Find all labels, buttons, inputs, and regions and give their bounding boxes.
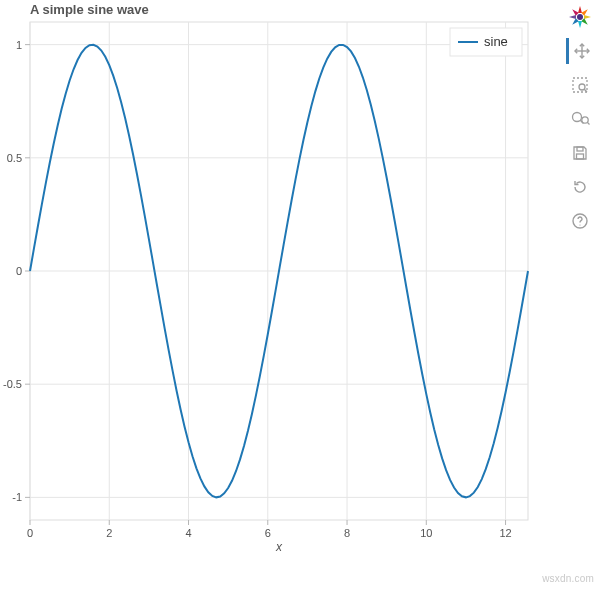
y-tick-label: 0 [16, 265, 22, 277]
box-zoom-tool-button[interactable] [566, 72, 594, 98]
x-tick-label: 6 [265, 527, 271, 539]
plot-svg[interactable]: A simple sine wave 024681012-1-0.500.51 … [0, 0, 555, 555]
watermark-text: wsxdn.com [542, 573, 594, 584]
svg-point-27 [577, 14, 583, 20]
plot-container: A simple sine wave 024681012-1-0.500.51 … [0, 0, 555, 555]
save-tool-button[interactable] [566, 140, 594, 166]
svg-point-35 [582, 117, 588, 123]
y-tick-label: -0.5 [3, 378, 22, 390]
wheel-zoom-tool-button[interactable] [566, 106, 594, 132]
svg-rect-37 [577, 147, 583, 151]
x-tick-label: 8 [344, 527, 350, 539]
x-tick-label: 12 [499, 527, 511, 539]
x-tick-label: 2 [106, 527, 112, 539]
x-tick-label: 0 [27, 527, 33, 539]
help-tool-button[interactable] [566, 208, 594, 234]
y-tick-label: -1 [12, 491, 22, 503]
x-tick-label: 4 [185, 527, 191, 539]
pan-tool-button[interactable] [566, 38, 594, 64]
svg-point-33 [573, 113, 582, 122]
x-tick-label: 10 [420, 527, 432, 539]
plot-toolbar [560, 4, 600, 234]
legend[interactable]: sine [450, 28, 522, 56]
bokeh-logo-icon [567, 4, 593, 30]
svg-point-31 [579, 84, 585, 90]
y-tick-label: 1 [16, 39, 22, 51]
svg-rect-38 [577, 154, 584, 159]
svg-line-36 [587, 122, 589, 124]
chart-title: A simple sine wave [30, 2, 149, 17]
svg-point-40 [579, 224, 580, 225]
x-axis-label: x [275, 540, 283, 554]
legend-item-label: sine [484, 34, 508, 49]
y-tick-label: 0.5 [7, 152, 22, 164]
reset-tool-button[interactable] [566, 174, 594, 200]
